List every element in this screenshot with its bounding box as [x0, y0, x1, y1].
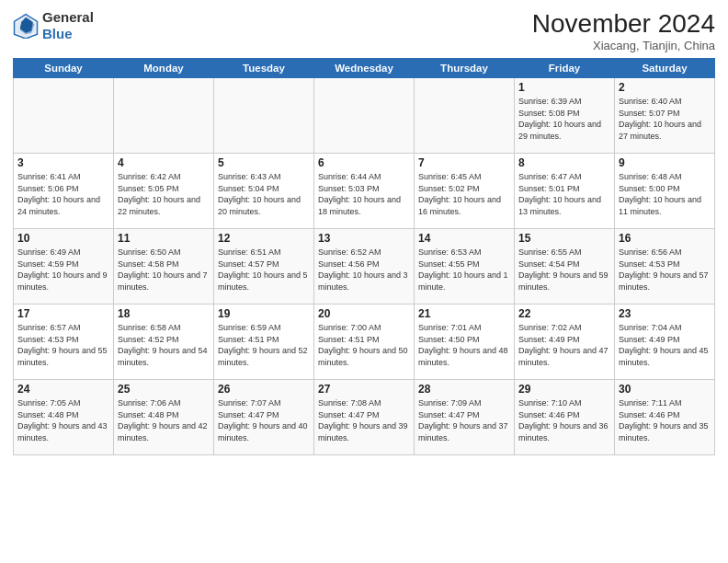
weekday-header-sunday: Sunday: [14, 59, 114, 78]
day-info: Sunrise: 6:50 AM Sunset: 4:58 PM Dayligh…: [118, 247, 210, 293]
day-info: Sunrise: 6:55 AM Sunset: 4:54 PM Dayligh…: [518, 247, 610, 293]
logo-blue: Blue: [42, 26, 94, 42]
month-title: November 2024: [532, 9, 715, 39]
day-number: 24: [17, 383, 109, 396]
day-info: Sunrise: 6:42 AM Sunset: 5:05 PM Dayligh…: [118, 171, 210, 217]
calendar-body: 1Sunrise: 6:39 AM Sunset: 5:08 PM Daylig…: [14, 78, 715, 455]
day-info: Sunrise: 6:48 AM Sunset: 5:00 PM Dayligh…: [619, 171, 711, 217]
day-number: 7: [418, 156, 510, 169]
day-number: 25: [118, 383, 210, 396]
day-info: Sunrise: 6:47 AM Sunset: 5:01 PM Dayligh…: [518, 171, 610, 217]
day-info: Sunrise: 6:51 AM Sunset: 4:57 PM Dayligh…: [218, 247, 310, 293]
calendar-cell: 1Sunrise: 6:39 AM Sunset: 5:08 PM Daylig…: [515, 78, 615, 154]
calendar-week-3: 10Sunrise: 6:49 AM Sunset: 4:59 PM Dayli…: [14, 229, 715, 304]
day-info: Sunrise: 6:49 AM Sunset: 4:59 PM Dayligh…: [17, 247, 109, 293]
day-info: Sunrise: 6:58 AM Sunset: 4:52 PM Dayligh…: [118, 322, 210, 368]
day-info: Sunrise: 6:39 AM Sunset: 5:08 PM Dayligh…: [518, 96, 610, 142]
calendar-cell: 25Sunrise: 7:06 AM Sunset: 4:48 PM Dayli…: [114, 380, 214, 455]
calendar-table: SundayMondayTuesdayWednesdayThursdayFrid…: [13, 58, 715, 455]
day-number: 21: [418, 307, 510, 320]
day-number: 17: [17, 307, 109, 320]
day-number: 11: [118, 232, 210, 245]
day-info: Sunrise: 6:44 AM Sunset: 5:03 PM Dayligh…: [318, 171, 410, 217]
calendar-cell: 12Sunrise: 6:51 AM Sunset: 4:57 PM Dayli…: [214, 229, 314, 304]
day-number: 14: [418, 232, 510, 245]
day-info: Sunrise: 6:41 AM Sunset: 5:06 PM Dayligh…: [17, 171, 109, 217]
calendar-cell: 6Sunrise: 6:44 AM Sunset: 5:03 PM Daylig…: [314, 154, 415, 229]
day-number: 19: [218, 307, 310, 320]
day-info: Sunrise: 6:43 AM Sunset: 5:04 PM Dayligh…: [218, 171, 310, 217]
weekday-header-wednesday: Wednesday: [314, 59, 415, 78]
day-number: 27: [318, 383, 410, 396]
day-number: 5: [218, 156, 310, 169]
day-number: 8: [518, 156, 610, 169]
weekday-header-saturday: Saturday: [615, 59, 715, 78]
logo-icon: [13, 13, 39, 39]
page: General Blue November 2024 Xiacang, Tian…: [0, 0, 728, 563]
weekday-header-thursday: Thursday: [415, 59, 515, 78]
weekday-header-tuesday: Tuesday: [214, 59, 314, 78]
logo-text: General Blue: [42, 9, 94, 42]
calendar-cell: 22Sunrise: 7:02 AM Sunset: 4:49 PM Dayli…: [515, 304, 615, 380]
location-subtitle: Xiacang, Tianjin, China: [532, 39, 715, 52]
day-info: Sunrise: 6:53 AM Sunset: 4:55 PM Dayligh…: [418, 247, 510, 293]
calendar-cell: 17Sunrise: 6:57 AM Sunset: 4:53 PM Dayli…: [14, 304, 114, 380]
day-info: Sunrise: 6:52 AM Sunset: 4:56 PM Dayligh…: [318, 247, 410, 293]
day-info: Sunrise: 7:11 AM Sunset: 4:46 PM Dayligh…: [619, 397, 711, 443]
calendar-cell: 7Sunrise: 6:45 AM Sunset: 5:02 PM Daylig…: [415, 154, 515, 229]
day-number: 6: [318, 156, 410, 169]
title-block: November 2024 Xiacang, Tianjin, China: [532, 9, 715, 52]
day-number: 30: [619, 383, 711, 396]
header: General Blue November 2024 Xiacang, Tian…: [13, 9, 715, 52]
calendar-cell: 11Sunrise: 6:50 AM Sunset: 4:58 PM Dayli…: [114, 229, 214, 304]
day-info: Sunrise: 7:01 AM Sunset: 4:50 PM Dayligh…: [418, 322, 510, 368]
day-number: 10: [17, 232, 109, 245]
day-info: Sunrise: 7:00 AM Sunset: 4:51 PM Dayligh…: [318, 322, 410, 368]
day-info: Sunrise: 6:40 AM Sunset: 5:07 PM Dayligh…: [619, 96, 711, 142]
day-info: Sunrise: 6:45 AM Sunset: 5:02 PM Dayligh…: [418, 171, 510, 217]
calendar-cell: 18Sunrise: 6:58 AM Sunset: 4:52 PM Dayli…: [114, 304, 214, 380]
day-number: 29: [518, 383, 610, 396]
calendar-cell: 8Sunrise: 6:47 AM Sunset: 5:01 PM Daylig…: [515, 154, 615, 229]
weekday-header-monday: Monday: [114, 59, 214, 78]
day-number: 12: [218, 232, 310, 245]
calendar-header: SundayMondayTuesdayWednesdayThursdayFrid…: [14, 59, 715, 78]
day-info: Sunrise: 6:59 AM Sunset: 4:51 PM Dayligh…: [218, 322, 310, 368]
day-info: Sunrise: 7:08 AM Sunset: 4:47 PM Dayligh…: [318, 397, 410, 443]
calendar-cell: [214, 78, 314, 154]
day-number: 13: [318, 232, 410, 245]
calendar-cell: 29Sunrise: 7:10 AM Sunset: 4:46 PM Dayli…: [515, 380, 615, 455]
calendar-week-5: 24Sunrise: 7:05 AM Sunset: 4:48 PM Dayli…: [14, 380, 715, 455]
calendar-cell: [415, 78, 515, 154]
day-info: Sunrise: 7:10 AM Sunset: 4:46 PM Dayligh…: [518, 397, 610, 443]
calendar-week-2: 3Sunrise: 6:41 AM Sunset: 5:06 PM Daylig…: [14, 154, 715, 229]
day-number: 22: [518, 307, 610, 320]
calendar-cell: 26Sunrise: 7:07 AM Sunset: 4:47 PM Dayli…: [214, 380, 314, 455]
day-number: 26: [218, 383, 310, 396]
day-number: 20: [318, 307, 410, 320]
calendar-cell: 14Sunrise: 6:53 AM Sunset: 4:55 PM Dayli…: [415, 229, 515, 304]
calendar-cell: 13Sunrise: 6:52 AM Sunset: 4:56 PM Dayli…: [314, 229, 415, 304]
day-number: 16: [619, 232, 711, 245]
calendar-cell: 19Sunrise: 6:59 AM Sunset: 4:51 PM Dayli…: [214, 304, 314, 380]
calendar-cell: 15Sunrise: 6:55 AM Sunset: 4:54 PM Dayli…: [515, 229, 615, 304]
day-number: 4: [118, 156, 210, 169]
day-info: Sunrise: 7:06 AM Sunset: 4:48 PM Dayligh…: [118, 397, 210, 443]
calendar-cell: 9Sunrise: 6:48 AM Sunset: 5:00 PM Daylig…: [615, 154, 715, 229]
day-info: Sunrise: 7:05 AM Sunset: 4:48 PM Dayligh…: [17, 397, 109, 443]
logo-general: General: [42, 9, 94, 26]
calendar-cell: 16Sunrise: 6:56 AM Sunset: 4:53 PM Dayli…: [615, 229, 715, 304]
calendar-cell: 3Sunrise: 6:41 AM Sunset: 5:06 PM Daylig…: [14, 154, 114, 229]
calendar-cell: 28Sunrise: 7:09 AM Sunset: 4:47 PM Dayli…: [415, 380, 515, 455]
calendar-cell: [314, 78, 415, 154]
calendar-cell: 10Sunrise: 6:49 AM Sunset: 4:59 PM Dayli…: [14, 229, 114, 304]
calendar-cell: 23Sunrise: 7:04 AM Sunset: 4:49 PM Dayli…: [615, 304, 715, 380]
calendar-week-4: 17Sunrise: 6:57 AM Sunset: 4:53 PM Dayli…: [14, 304, 715, 380]
calendar-cell: 21Sunrise: 7:01 AM Sunset: 4:50 PM Dayli…: [415, 304, 515, 380]
day-number: 28: [418, 383, 510, 396]
calendar-cell: [14, 78, 114, 154]
day-number: 23: [619, 307, 711, 320]
calendar-cell: 5Sunrise: 6:43 AM Sunset: 5:04 PM Daylig…: [214, 154, 314, 229]
weekday-header-row: SundayMondayTuesdayWednesdayThursdayFrid…: [14, 59, 715, 78]
calendar-cell: 4Sunrise: 6:42 AM Sunset: 5:05 PM Daylig…: [114, 154, 214, 229]
